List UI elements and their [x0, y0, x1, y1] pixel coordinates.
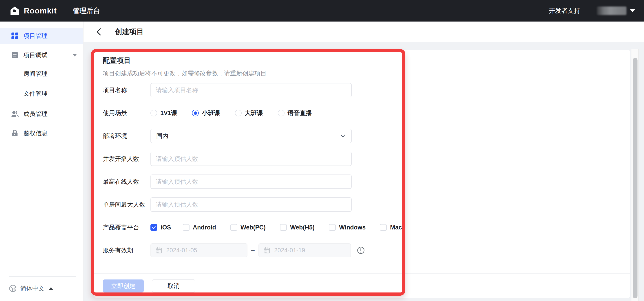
sidebar-item-label: 项目调试 — [23, 51, 48, 59]
chevron-down-icon — [630, 9, 635, 12]
row-scene: 使用场景 1V1课 小班课 — [103, 106, 630, 120]
sidebar-item-project-debug[interactable]: 项目调试 — [0, 47, 83, 63]
back-button[interactable] — [94, 27, 103, 36]
chevron-left-icon — [96, 27, 102, 36]
checkbox-label: Mac — [390, 224, 402, 231]
form-subtitle: 项目创建成功后将不可更改，如需修改参数，请重新创建项目 — [103, 69, 630, 78]
radio-large-class[interactable]: 大班课 — [235, 109, 263, 117]
vertical-scrollbar[interactable] — [631, 49, 639, 301]
checkbox-web-h5[interactable]: Web(H5) — [280, 224, 314, 231]
max-online-label: 最高在线人数 — [103, 178, 150, 186]
sidebar-footer-divider — [9, 276, 76, 277]
document-icon — [11, 51, 19, 59]
roomkit-logo-icon — [10, 6, 20, 16]
topbar: Roomkit 管理后台 开发者支持 — [0, 0, 644, 21]
globe-icon — [9, 285, 16, 292]
checkbox-mac[interactable]: Mac — [380, 224, 402, 231]
radio-label: 语音直播 — [288, 109, 312, 117]
date-range-separator: – — [251, 247, 255, 254]
create-button[interactable]: 立即创建 — [103, 280, 144, 293]
row-validity: 服务有效期 — [103, 243, 630, 258]
checkbox-label: Android — [193, 224, 216, 231]
app-root: Roomkit 管理后台 开发者支持 项目管理 — [0, 0, 644, 301]
sidebar-item-label: 成员管理 — [23, 110, 48, 118]
calendar-icon — [264, 247, 270, 254]
checkbox-icon — [380, 224, 387, 231]
radio-voice-live[interactable]: 语音直播 — [278, 109, 312, 117]
cancel-button[interactable]: 取消 — [152, 280, 195, 293]
row-project-name: 项目名称 — [103, 83, 630, 97]
concurrent-broadcast-input[interactable] — [150, 152, 352, 166]
account-name-redacted — [597, 6, 626, 15]
environment-select[interactable]: 国内 — [150, 129, 352, 143]
platforms-label: 产品覆盖平台 — [103, 223, 150, 232]
radio-label: 1V1课 — [160, 109, 177, 117]
create-project-card: 配置项目 项目创建成功后将不可更改，如需修改参数，请重新创建项目 项目名称 使用… — [94, 50, 630, 298]
brand[interactable]: Roomkit — [10, 6, 57, 16]
max-room-members-input[interactable] — [150, 197, 352, 212]
users-icon — [11, 110, 19, 118]
radio-icon — [278, 110, 284, 116]
checkbox-android[interactable]: Android — [183, 224, 216, 231]
project-name-input[interactable] — [150, 83, 352, 97]
sidebar-footer: 简体中文 — [0, 271, 83, 301]
end-date-picker[interactable]: 2024-01-19 — [258, 243, 351, 257]
checkbox-icon — [183, 224, 190, 231]
row-max-online: 最高在线人数 — [103, 175, 630, 189]
form-title: 配置项目 — [103, 56, 630, 65]
checkbox-web-pc[interactable]: Web(PC) — [230, 224, 266, 231]
checkbox-label: Web(H5) — [290, 224, 314, 231]
start-date-value: 2024-01-05 — [166, 247, 197, 254]
sidebar-item-label: 房间管理 — [23, 70, 48, 78]
radio-small-class[interactable]: 小班课 — [192, 109, 220, 117]
environment-selected-value: 国内 — [156, 132, 168, 140]
checkbox-icon — [329, 224, 336, 231]
sidebar-item-room-management[interactable]: 房间管理 — [0, 66, 83, 81]
environment-label: 部署环境 — [103, 132, 150, 140]
chevron-down-icon — [340, 133, 346, 139]
sidebar-item-label: 鉴权信息 — [23, 129, 48, 137]
app-title: 管理后台 — [73, 6, 100, 15]
max-room-members-label: 单房间最大人数 — [103, 201, 150, 209]
row-max-room-members: 单房间最大人数 — [103, 197, 630, 212]
row-platforms: 产品覆盖平台 iOS — [103, 220, 630, 235]
checkbox-label: Web(PC) — [240, 224, 266, 231]
checkbox-label: iOS — [160, 224, 171, 231]
scrollbar-thumb[interactable] — [633, 58, 638, 298]
dev-support-link[interactable]: 开发者支持 — [549, 6, 580, 15]
checkbox-checked-icon — [150, 224, 157, 231]
sidebar-item-project-management[interactable]: 项目管理 — [0, 28, 83, 44]
language-switcher[interactable]: 简体中文 — [9, 285, 76, 293]
warning-icon — [357, 246, 365, 254]
sidebar-item-file-management[interactable]: 文件管理 — [0, 86, 83, 101]
radio-checked-icon — [192, 110, 199, 116]
sidebar-item-auth-info[interactable]: 鉴权信息 — [0, 125, 83, 141]
checkbox-ios[interactable]: iOS — [150, 224, 171, 231]
max-online-input[interactable] — [150, 175, 352, 189]
page-header: 创建项目 — [84, 21, 644, 42]
chevron-down-icon — [73, 54, 77, 56]
sidebar: 项目管理 项目调试 房间管理 文件管理 — [0, 21, 84, 301]
end-date-value: 2024-01-19 — [274, 247, 305, 254]
form-footer: 立即创建 取消 — [94, 273, 630, 298]
chevron-up-icon — [49, 287, 53, 290]
header-divider — [109, 28, 109, 36]
radio-icon — [235, 110, 242, 116]
sidebar-item-member-management[interactable]: 成员管理 — [0, 106, 83, 122]
grid-icon — [11, 32, 19, 40]
sidebar-item-label: 项目管理 — [23, 32, 48, 40]
language-label: 简体中文 — [20, 285, 44, 293]
concurrent-broadcast-label: 并发开播人数 — [103, 155, 150, 163]
row-environment: 部署环境 国内 — [103, 129, 630, 143]
validity-label: 服务有效期 — [103, 246, 150, 254]
account-menu[interactable] — [597, 6, 635, 15]
start-date-picker[interactable]: 2024-01-05 — [150, 243, 248, 257]
checkbox-label: Windows — [339, 224, 366, 231]
checkbox-windows[interactable]: Windows — [329, 224, 366, 231]
radio-label: 大班课 — [245, 109, 263, 117]
scene-label: 使用场景 — [103, 109, 150, 117]
lock-icon — [11, 129, 19, 137]
main-area: 创建项目 配置项目 项目创建成功后将不可更改，如需修改参数，请重新创建项目 项目… — [84, 21, 644, 301]
checkbox-icon — [230, 224, 237, 231]
radio-1v1-class[interactable]: 1V1课 — [150, 109, 177, 117]
